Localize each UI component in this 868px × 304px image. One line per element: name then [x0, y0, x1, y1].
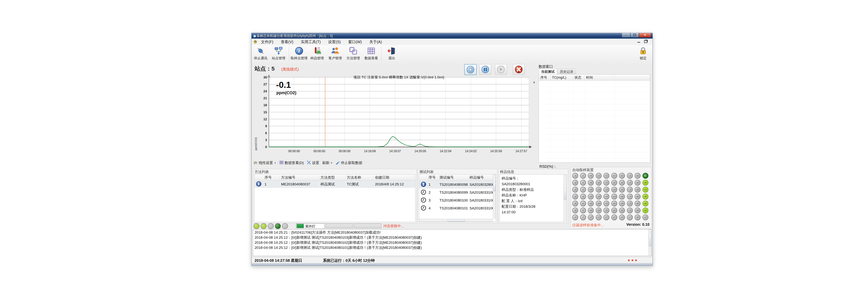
sampler-position-J6[interactable]: J6: [572, 207, 578, 213]
sampler-position-H6[interactable]: H6: [588, 207, 594, 213]
sampler-position-A2[interactable]: A2: [643, 180, 648, 185]
sampler-position-I5[interactable]: I5: [580, 201, 586, 206]
sampler-position-B6[interactable]: B6: [634, 207, 641, 213]
sampler-position-C1[interactable]: C1: [627, 173, 633, 179]
test-list-hscrollbar[interactable]: [419, 219, 493, 222]
sampler-position-F7[interactable]: F7: [603, 214, 609, 220]
sample-button[interactable]: 样品管理: [308, 45, 326, 60]
sampler-position-J1[interactable]: J1: [572, 173, 578, 179]
sampler-position-A5[interactable]: A5: [643, 201, 648, 206]
sampler-position-J3[interactable]: J3: [572, 187, 578, 193]
sampler-position-G2[interactable]: G2: [596, 180, 601, 185]
sampler-position-H3[interactable]: H3: [588, 187, 594, 193]
table-row[interactable]: 1ME201804080037样品测试TC测试2018/4/8 14:25:12: [254, 181, 415, 188]
sampler-position-F4[interactable]: F4: [603, 194, 609, 200]
stop-run-button[interactable]: [464, 64, 477, 75]
minimize-button[interactable]: –: [622, 33, 630, 37]
log-scrollbar[interactable]: [648, 230, 651, 256]
sampler-position-H4[interactable]: H4: [588, 194, 594, 200]
customer-button[interactable]: 客户管理: [326, 45, 344, 60]
sampler-position-C5[interactable]: C5: [627, 201, 633, 206]
sampler-position-E2[interactable]: E2: [611, 180, 617, 185]
column-header[interactable]: 创建日期: [373, 175, 413, 180]
sampler-position-H5[interactable]: H5: [588, 201, 594, 206]
chart-toolbar-grid-view[interactable]: 数据查看(D): [279, 161, 304, 166]
sampler-position-H7[interactable]: H7: [588, 214, 594, 220]
column-header[interactable]: 序号: [263, 175, 280, 180]
sampler-position-E1[interactable]: E1: [611, 173, 617, 179]
sampler-position-H2[interactable]: H2: [588, 180, 594, 185]
sampler-position-F5[interactable]: F5: [603, 201, 609, 206]
sampler-position-D2[interactable]: D2: [619, 180, 625, 185]
table-row[interactable]: 2TS201804080099SA201803310000: [419, 189, 496, 197]
sampler-position-I6[interactable]: I6: [580, 207, 586, 213]
sampler-position-B1[interactable]: B1: [634, 173, 641, 179]
method-list-table[interactable]: 序号方法编号方法类型方法名称创建日期1ME201804080037样品测试TC测…: [254, 174, 415, 222]
column-header[interactable]: 测试编号: [438, 175, 468, 180]
sampler-position-C7[interactable]: C7: [627, 214, 633, 220]
abort-run-button[interactable]: [513, 64, 525, 75]
sampler-position-I7[interactable]: I7: [580, 214, 586, 220]
sampler-position-E6[interactable]: E6: [611, 207, 617, 213]
sampler-position-C3[interactable]: C3: [627, 187, 633, 193]
test-list-table[interactable]: 序号测试编号样品编号1TS201804080098SA2018032800012…: [419, 174, 496, 222]
sampler-position-G6[interactable]: G6: [596, 207, 601, 213]
sampler-position-G5[interactable]: G5: [596, 201, 601, 206]
sampler-position-G7[interactable]: G7: [596, 214, 601, 220]
table-row[interactable]: 3TS201804080100SA201803310001: [419, 197, 496, 204]
sampler-position-I4[interactable]: I4: [580, 194, 586, 200]
sampler-position-J5[interactable]: J5: [572, 201, 578, 206]
menu-file[interactable]: 文件(F): [257, 39, 277, 45]
sampler-position-H1[interactable]: H1: [588, 173, 594, 179]
sampler-position-F3[interactable]: F3: [603, 187, 609, 193]
test-list-vscrollbar[interactable]: [493, 174, 496, 218]
sampler-position-F6[interactable]: F6: [603, 207, 609, 213]
station-button[interactable]: 站点管理: [270, 45, 288, 60]
column-header[interactable]: 方法类型: [319, 175, 345, 180]
sampler-position-E7[interactable]: E7: [611, 214, 617, 220]
maximize-button[interactable]: [630, 33, 639, 37]
menu-about[interactable]: 关于(A): [366, 39, 386, 45]
sampler-position-A3[interactable]: A3: [643, 187, 648, 193]
exit-button[interactable]: 退出: [383, 45, 401, 60]
sampling-point-button[interactable]: i取样点管理: [290, 45, 308, 60]
sampler-position-D5[interactable]: D5: [619, 201, 625, 206]
chart-toolbar-stop-acquire[interactable]: 停止获取数据: [336, 161, 362, 166]
sampler-position-A7[interactable]: A7: [643, 214, 648, 220]
sampler-position-B2[interactable]: B2: [634, 180, 641, 185]
sampler-position-G3[interactable]: G3: [596, 187, 601, 193]
sample-info-scrollbar[interactable]: [563, 175, 566, 221]
sampler-position-A4[interactable]: A4: [643, 194, 648, 200]
sampler-position-D7[interactable]: D7: [619, 214, 625, 220]
menu-utilities[interactable]: 实用工具(T): [297, 39, 324, 45]
menu-settings[interactable]: 设置(S): [324, 39, 345, 45]
menu-view[interactable]: 查看(V): [277, 39, 297, 45]
sampler-position-E4[interactable]: E4: [611, 194, 617, 200]
lock-button[interactable]: 锁定: [637, 46, 650, 60]
sampler-position-B4[interactable]: B4: [634, 194, 641, 200]
sampler-position-D4[interactable]: D4: [619, 194, 625, 200]
sampler-position-D6[interactable]: D6: [619, 207, 625, 213]
sampler-position-C6[interactable]: C6: [627, 207, 633, 213]
sampler-position-B5[interactable]: B5: [634, 201, 641, 206]
sampler-position-B3[interactable]: B3: [634, 187, 641, 193]
data-view-button[interactable]: 数据查看: [362, 45, 380, 60]
sampler-position-D3[interactable]: D3: [619, 187, 625, 193]
chart-toolbar-line-settings[interactable]: 线性设置▼: [253, 161, 276, 166]
tab-history[interactable]: 历史记录: [557, 69, 576, 75]
tab-current-test[interactable]: 当前测试: [539, 69, 557, 75]
sampler-position-A6[interactable]: A6: [643, 207, 648, 213]
play-run-button[interactable]: [495, 64, 507, 75]
sampler-position-G1[interactable]: G1: [596, 173, 601, 179]
stop-comm-button[interactable]: 停止通讯: [252, 45, 270, 60]
sampler-position-I1[interactable]: I1: [580, 173, 586, 179]
sampler-position-G4[interactable]: G4: [596, 194, 601, 200]
close-button[interactable]: ×: [639, 33, 651, 37]
column-header[interactable]: 时间: [585, 75, 615, 80]
chart-toolbar-tools[interactable]: 设置: [307, 161, 319, 166]
sampler-position-F1[interactable]: F1: [603, 173, 609, 179]
sampler-position-F2[interactable]: F2: [603, 180, 609, 185]
column-header[interactable]: 方法名称: [345, 175, 373, 180]
method-button[interactable]: 方法管理: [344, 45, 362, 60]
sampler-position-C4[interactable]: C4: [627, 194, 633, 200]
